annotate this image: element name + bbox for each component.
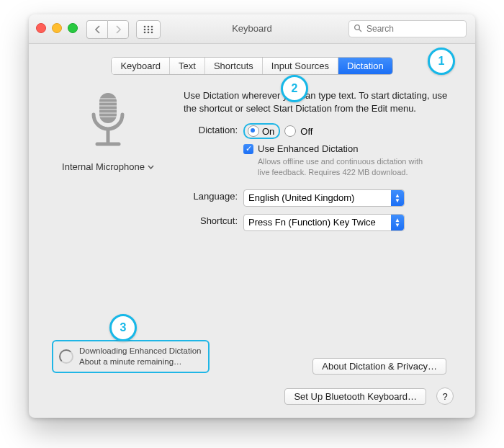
microphone-selector[interactable]: Internal Microphone (62, 161, 154, 172)
language-label: Language: (184, 189, 243, 202)
enhanced-dictation-checkbox[interactable]: ✓ (243, 144, 253, 154)
callout-3: 3 (109, 314, 137, 341)
shortcut-select[interactable]: Press Fn (Function) Key Twice ▲▼ (243, 214, 405, 231)
language-value: English (United Kingdom) (248, 192, 354, 203)
keyboard-preferences-window: Keyboard Keyboard Text Shortcuts Input S… (29, 14, 475, 418)
svg-point-9 (355, 24, 360, 30)
select-arrows-icon: ▲▼ (391, 190, 404, 206)
microphone-icon (83, 89, 133, 154)
select-arrows-icon: ▲▼ (391, 215, 404, 230)
dictation-off-radio[interactable] (284, 125, 296, 137)
dictation-on-radio[interactable] (248, 125, 259, 137)
tab-bar: Keyboard Text Shortcuts Input Sources Di… (29, 57, 475, 75)
bluetooth-keyboard-button[interactable]: Set Up Bluetooth Keyboard… (284, 388, 426, 405)
shortcut-label: Shortcut: (184, 214, 243, 226)
tab-keyboard[interactable]: Keyboard (112, 58, 170, 74)
spinner-icon (59, 349, 73, 364)
enhanced-dictation-label: Use Enhanced Dictation (258, 143, 358, 154)
chevron-down-icon (148, 161, 154, 172)
download-status: Downloading Enhanced Dictation About a m… (52, 340, 210, 373)
svg-rect-11 (99, 93, 117, 123)
microphone-label: Internal Microphone (62, 161, 145, 172)
language-select[interactable]: English (United Kingdom) ▲▼ (243, 189, 405, 207)
tab-shortcuts[interactable]: Shortcuts (205, 58, 263, 74)
dictation-off-label: Off (300, 126, 312, 137)
tab-dictation[interactable]: Dictation (338, 58, 392, 74)
search-input[interactable] (365, 23, 475, 35)
content: Internal Microphone Use Dictation wherev… (29, 75, 475, 246)
tab-text[interactable]: Text (170, 58, 205, 74)
svg-line-10 (359, 30, 361, 32)
enhanced-dictation-hint: Allows offline use and continuous dictat… (258, 156, 431, 178)
titlebar: Keyboard (29, 14, 475, 44)
dictation-on-label: On (262, 126, 274, 137)
about-dictation-button[interactable]: About Dictation & Privacy… (312, 358, 446, 375)
callout-2: 2 (281, 75, 308, 102)
help-button[interactable]: ? (436, 387, 454, 405)
download-line1: Downloading Enhanced Dictation (79, 346, 201, 357)
tab-input-sources[interactable]: Input Sources (263, 58, 338, 74)
download-line2: About a minute remaining… (79, 357, 201, 367)
intro-text: Use Dictation wherever you can type text… (184, 89, 454, 115)
shortcut-value: Press Fn (Function) Key Twice (248, 217, 376, 228)
callout-1: 1 (428, 48, 455, 75)
search-icon (354, 24, 362, 35)
search-field[interactable] (348, 20, 467, 37)
dictation-label: Dictation: (184, 123, 243, 135)
